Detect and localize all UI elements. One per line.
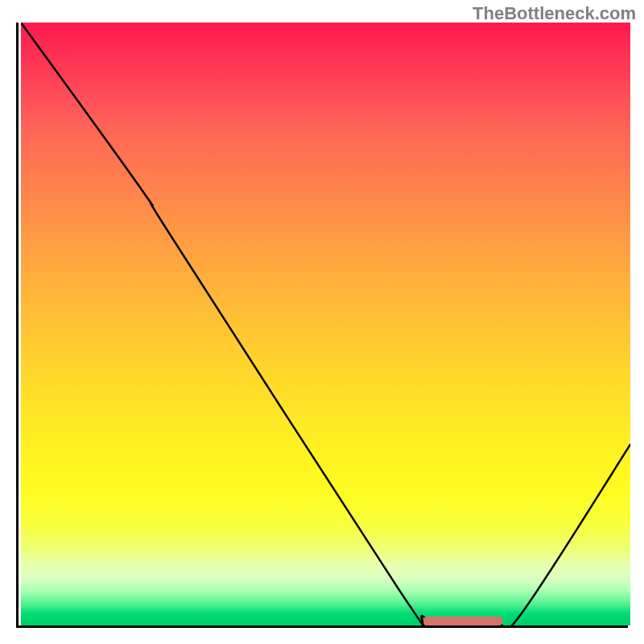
chart-container: TheBottleneck.com (0, 0, 644, 644)
curve-layer (21, 23, 630, 625)
attribution-text: TheBottleneck.com (473, 3, 636, 24)
plot-area (16, 23, 628, 628)
optimal-marker (423, 617, 502, 625)
bottleneck-curve (21, 23, 630, 625)
